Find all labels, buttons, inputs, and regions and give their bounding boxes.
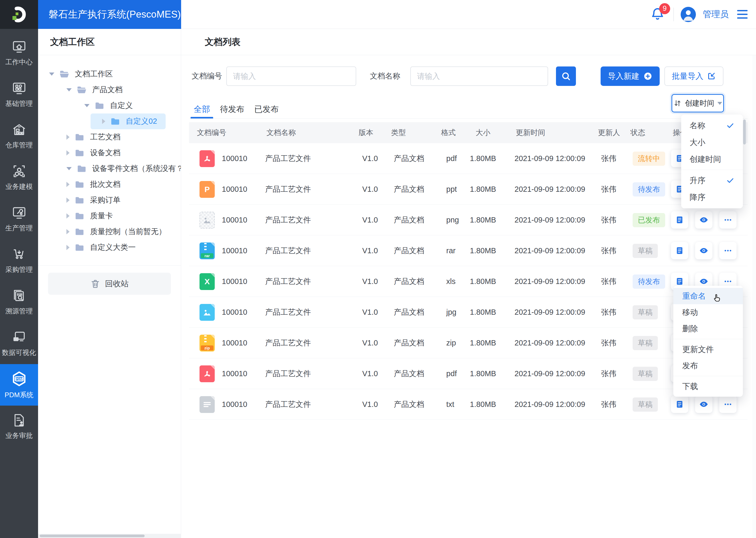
cell-doc-number: 100010 xyxy=(222,205,247,235)
username[interactable]: 管理员 xyxy=(703,8,729,20)
preview-button[interactable] xyxy=(695,396,712,413)
caret-right-icon[interactable] xyxy=(67,134,70,140)
menu-button[interactable] xyxy=(735,8,749,20)
sort-option[interactable]: 降序 xyxy=(681,189,743,206)
tree-node-quality-control[interactable]: 质量控制（当前暂无） xyxy=(38,224,181,240)
sort-option[interactable]: 升序 xyxy=(681,172,743,189)
cell-updated-time: 2021-09-09 12:00:09 xyxy=(514,389,585,420)
table-row[interactable]: 100010产品工艺文件V1.0产品文档jpg1.80MB2021-09-09 … xyxy=(189,297,748,328)
caret-right-icon[interactable] xyxy=(67,245,70,250)
sort-option[interactable]: 创建时间 xyxy=(681,151,743,168)
rail-item-data-visual[interactable]: 数据可视化 xyxy=(0,323,38,364)
status-badge: 待发布 xyxy=(633,275,665,289)
context-menu-item[interactable]: 更新文件 xyxy=(673,341,743,357)
rail-item-warehouse[interactable]: 仓库管理 xyxy=(0,115,38,157)
recycle-bin-button[interactable]: 回收站 xyxy=(48,273,171,295)
caret-right-icon[interactable] xyxy=(67,150,70,155)
rail-item-workcenter[interactable]: 工作中心 xyxy=(0,32,38,74)
table-row[interactable]: P100010产品工艺文件V1.0产品文档ppt1.80MB2021-09-09… xyxy=(189,174,748,205)
cell-version: V1.0 xyxy=(362,205,378,235)
col-type: 类型 xyxy=(391,122,406,143)
search-button[interactable] xyxy=(556,67,576,86)
notifications-button[interactable]: 9 xyxy=(650,6,667,23)
caret-down-icon[interactable] xyxy=(67,88,72,91)
cell-type: 产品文档 xyxy=(394,174,424,205)
cell-doc-number: 100010 xyxy=(222,143,247,174)
sort-option[interactable]: 名称 xyxy=(681,117,743,134)
caret-right-icon[interactable] xyxy=(67,213,70,219)
table-row[interactable]: 100010产品工艺文件V1.0产品文档pdf1.80MB2021-09-09 … xyxy=(189,358,748,389)
rail-item-base-admin[interactable]: 基础管理 xyxy=(0,74,38,115)
rail-item-production[interactable]: 生产管理 xyxy=(0,198,38,240)
cell-doc-name: 产品工艺文件 xyxy=(265,266,311,297)
tree-node-custom-category-one[interactable]: 自定义大类一 xyxy=(38,240,181,255)
more-actions-button[interactable] xyxy=(719,396,736,413)
col-size: 大小 xyxy=(476,122,490,143)
cell-updated-time: 2021-09-09 12:00:09 xyxy=(514,328,585,358)
sort-dropdown-button[interactable]: 创建时间 xyxy=(672,94,724,112)
tree-node-purchase-orders[interactable]: 采购订单 xyxy=(38,192,181,208)
more-actions-button[interactable] xyxy=(719,242,736,259)
rail-item-pdm[interactable]: PDM PDM系统 xyxy=(0,364,38,405)
document-detail-icon xyxy=(675,246,684,255)
caret-down-icon[interactable] xyxy=(49,73,54,76)
tree-node-quality-card[interactable]: 质量卡 xyxy=(38,208,181,224)
tree-node-custom-02-selected[interactable]: 自定义02 xyxy=(38,114,181,129)
tree-node-process-docs[interactable]: 工艺文档 xyxy=(38,129,181,145)
tree-node-product-docs[interactable]: 产品文档 xyxy=(38,82,181,98)
tree-node-custom[interactable]: 自定义 xyxy=(38,98,181,114)
workspace-panel-title: 文档工作区 xyxy=(38,29,181,55)
scrollbar-thumb[interactable] xyxy=(40,535,145,537)
avatar[interactable] xyxy=(681,7,696,22)
table-row[interactable]: 100010产品工艺文件V1.0产品文档txt1.80MB2021-09-09 … xyxy=(189,389,748,420)
context-menu-item[interactable]: 发布 xyxy=(673,357,743,374)
tree-node-equipment-docs[interactable]: 设备文档 xyxy=(38,145,181,161)
tree-node-batch-docs[interactable]: 批次文档 xyxy=(38,177,181,192)
doc-number-input[interactable] xyxy=(226,67,356,86)
rail-item-trace[interactable]: 溯源管理 xyxy=(0,281,38,323)
preview-button[interactable] xyxy=(695,242,712,259)
caret-down-icon[interactable] xyxy=(67,167,72,170)
context-menu-item[interactable]: 重命名 xyxy=(673,288,743,304)
cell-status: 草稿 xyxy=(633,358,658,389)
detail-button[interactable] xyxy=(671,242,688,259)
rail-item-purchase[interactable]: 采购管理 xyxy=(0,240,38,281)
tab-all[interactable]: 全部 xyxy=(192,100,212,119)
caret-down-icon[interactable] xyxy=(84,104,89,107)
menu-divider xyxy=(673,339,743,339)
cell-format: xls xyxy=(446,266,455,297)
caret-right-icon[interactable] xyxy=(67,197,70,203)
rail-item-label: 生产管理 xyxy=(6,224,33,233)
tree-node-equipment-parts-docs[interactable]: 设备零件文档（系统没有？） xyxy=(38,161,181,177)
batch-import-button[interactable]: 批量导入 xyxy=(664,67,724,86)
sort-option[interactable]: 大小 xyxy=(681,134,743,151)
table-row[interactable]: X100010产品工艺文件V1.0产品文档xls1.80MB2021-09-09… xyxy=(189,266,748,297)
col-doc-name: 文档名称 xyxy=(266,122,296,143)
table-row[interactable]: 100010产品工艺文件V1.0产品文档pdf1.80MB2021-09-09 … xyxy=(189,143,748,174)
caret-right-icon[interactable] xyxy=(67,229,70,234)
table-row[interactable]: zip100010产品工艺文件V1.0产品文档zip1.80MB2021-09-… xyxy=(189,328,748,358)
tree-horizontal-scrollbar[interactable] xyxy=(38,534,181,538)
table-row[interactable]: rar100010产品工艺文件V1.0产品文档rar1.80MB2021-09-… xyxy=(189,235,748,266)
tree-node-workspace[interactable]: 文档工作区 xyxy=(38,66,181,82)
tab-pending[interactable]: 待发布 xyxy=(218,100,247,119)
detail-button[interactable] xyxy=(671,211,688,229)
context-menu-item[interactable]: 下载 xyxy=(673,378,743,395)
caret-right-icon[interactable] xyxy=(67,182,70,187)
more-actions-button[interactable] xyxy=(719,211,736,229)
context-menu-item[interactable]: 删除 xyxy=(673,320,743,337)
rail-item-approval[interactable]: 业务审批 xyxy=(0,405,38,447)
table-row[interactable]: 100010产品工艺文件V1.0产品文档png1.80MB2021-09-09 … xyxy=(189,205,748,235)
preview-button[interactable] xyxy=(695,211,712,229)
pdf-glyph xyxy=(202,369,213,379)
import-new-button[interactable]: 导入新建 xyxy=(601,67,660,86)
tab-published[interactable]: 已发布 xyxy=(252,100,281,119)
col-updated: 更新时间 xyxy=(516,122,545,143)
detail-button[interactable] xyxy=(671,396,688,413)
cell-doc-number: 100010 xyxy=(222,297,247,328)
context-menu-item[interactable]: 移动 xyxy=(673,304,743,320)
caret-right-icon[interactable] xyxy=(102,119,105,124)
vertical-scrollbar-thumb[interactable] xyxy=(743,120,746,144)
doc-name-input[interactable] xyxy=(410,67,548,86)
rail-item-modeling[interactable]: 业务建模 xyxy=(0,157,38,198)
